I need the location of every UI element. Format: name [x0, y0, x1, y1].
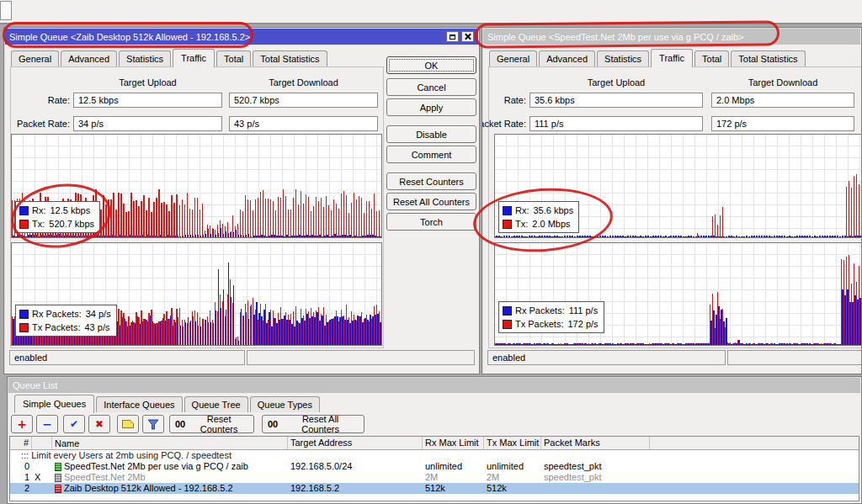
enable-button[interactable]: ✔ [63, 415, 85, 433]
add-button[interactable]: + [11, 415, 33, 433]
target-download-header: Target Download [711, 77, 854, 88]
target-upload-header: Target Upload [73, 77, 222, 88]
rx-swatch-icon [503, 306, 512, 316]
window-maximize-button[interactable] [446, 31, 459, 42]
tab-traffic[interactable]: Traffic [173, 49, 215, 67]
tab-total[interactable]: Total [694, 50, 729, 66]
tab-advanced[interactable]: Advanced [539, 50, 595, 66]
status-bar-right [727, 350, 862, 365]
cancel-button[interactable]: Cancel [386, 78, 476, 96]
queue-list-tabs: Simple Queues Interface Queues Queue Tre… [14, 395, 322, 412]
table-row[interactable]: 0 SpeedTest.Net 2Mb per use via g PCQ / … [10, 461, 859, 472]
comment-icon [122, 420, 134, 428]
rate-upload-value: 12.5 kbps [73, 93, 222, 108]
reset-all-counters-button[interactable]: Reset All Counters [386, 193, 476, 210]
check-icon: ✔ [70, 418, 78, 430]
tab-advanced[interactable]: Advanced [61, 50, 117, 66]
rate-upload-value: 35.6 kbps [529, 93, 703, 108]
packet-rate-label: Packet Rate: [482, 119, 526, 129]
status-bar-right [247, 350, 475, 365]
tx-swatch-icon [19, 220, 29, 229]
tab-statistics[interactable]: Statistics [597, 50, 649, 66]
queue-icon [55, 474, 61, 482]
window-titlebar[interactable]: Simple Queue <Zaib Desktop 512k Allowed … [5, 29, 478, 45]
target-upload-header: Target Upload [529, 77, 703, 88]
rate-label: Rate: [4, 95, 70, 105]
tab-queue-tree[interactable]: Queue Tree [184, 396, 248, 412]
dialog-tabs: General Advanced Statistics Traffic Tota… [489, 49, 807, 66]
comment-text: ::: Limit every Users at 2mb using PCQ. … [21, 450, 231, 461]
rate-label: Rate: [482, 95, 526, 105]
col-number[interactable]: # [10, 437, 32, 449]
tab-simple-queues[interactable]: Simple Queues [14, 395, 94, 413]
disable-button[interactable]: ✖ [88, 415, 110, 433]
tx-swatch-icon [503, 220, 512, 229]
tx-swatch-icon [503, 320, 512, 329]
col-tx-max-limit[interactable]: Tx Max Limit [484, 437, 541, 449]
packet-rate-label: Packet Rate: [4, 119, 70, 129]
close-icon [464, 33, 471, 40]
window-close-button[interactable] [461, 31, 474, 42]
tab-total-statistics[interactable]: Total Statistics [253, 50, 327, 66]
rate-legend: Rx:35.6 kbps Tx:2.0 Mbps [498, 201, 579, 233]
col-target-address[interactable]: Target Address [288, 437, 423, 449]
window-title: Queue List [13, 380, 856, 390]
col-packet-marks[interactable]: Packet Marks [541, 437, 650, 449]
table-row[interactable]: 1 X SpeedTest.Net 2Mb 2M 2M speedtest_pk… [10, 472, 859, 483]
tab-queue-types[interactable]: Queue Types [250, 396, 320, 412]
counter-icon: 00 [268, 419, 278, 429]
counter-icon: 00 [175, 419, 185, 429]
packet-rate-legend: Rx Packets:34 p/s Tx Packets:43 p/s [15, 305, 117, 337]
tab-general[interactable]: General [489, 50, 537, 66]
comment-row[interactable]: ::: Limit every Users at 2mb using PCQ. … [10, 450, 859, 461]
window-title: Simple Queue <Zaib Desktop 512k Allowed … [9, 32, 444, 42]
filter-button[interactable] [142, 415, 164, 433]
queue-icon [55, 463, 61, 471]
rx-swatch-icon [19, 206, 29, 215]
disable-button[interactable]: Disable [386, 125, 476, 143]
simple-queue-window-zaib: Simple Queue <Zaib Desktop 512k Allowed … [3, 27, 480, 374]
rate-download-value: 520.7 kbps [229, 93, 378, 108]
torch-button[interactable]: Torch [386, 213, 476, 231]
top-toolbar [0, 0, 862, 24]
tab-interface-queues[interactable]: Interface Queues [96, 396, 182, 412]
filter-icon [147, 419, 159, 430]
tab-traffic[interactable]: Traffic [651, 49, 693, 67]
reset-counters-button[interactable]: Reset Counters [386, 172, 476, 190]
packet-rate-upload-value: 111 p/s [529, 116, 703, 131]
tab-general[interactable]: General [11, 50, 59, 66]
apply-button[interactable]: Apply [386, 98, 476, 116]
queue-icon [55, 485, 61, 493]
plus-icon: + [17, 418, 27, 430]
tab-total-statistics[interactable]: Total Statistics [731, 50, 805, 66]
col-rx-max-limit[interactable]: Rx Max Limit [423, 437, 484, 449]
tab-statistics[interactable]: Statistics [119, 50, 171, 66]
rate-graph: Rx:35.6 kbps Tx:2.0 Mbps [494, 134, 862, 238]
tab-total[interactable]: Total [216, 50, 251, 66]
status-bar: enabled [9, 350, 245, 365]
queue-table: # Name Target Address Rx Max Limit Tx Ma… [9, 436, 859, 501]
comment-button[interactable]: Comment [386, 146, 476, 163]
maximize-icon [450, 34, 455, 40]
rx-swatch-icon [19, 310, 29, 319]
packet-rate-download-value: 172 p/s [711, 116, 854, 131]
rx-swatch-icon [503, 206, 512, 215]
comment-button[interactable] [117, 415, 139, 433]
col-name[interactable]: Name [52, 437, 288, 449]
target-download-header: Target Download [229, 77, 378, 88]
status-bar: enabled [487, 350, 726, 365]
dialog-tabs: General Advanced Statistics Traffic Tota… [11, 49, 329, 66]
remove-button[interactable]: − [36, 415, 58, 433]
table-row-selected[interactable]: 2 Zaib Desktop 512k Allowed - 192.168.5.… [10, 483, 859, 494]
window-titlebar[interactable]: Queue List [8, 378, 860, 393]
reset-all-counters-button[interactable]: 00Reset All Counters [262, 415, 364, 433]
table-header: # Name Target Address Rx Max Limit Tx Ma… [10, 437, 859, 450]
reset-counters-button[interactable]: 00Reset Counters [169, 415, 254, 433]
window-titlebar[interactable]: Simple Queue <SpeedTest.Net 2Mb per use … [483, 29, 860, 45]
ok-button[interactable]: OK [386, 56, 476, 74]
toolbar-fragment [0, 1, 12, 20]
rate-download-value: 2.0 Mbps [711, 93, 854, 108]
col-flag[interactable] [32, 437, 52, 449]
packet-rate-graph: Rx Packets:111 p/s Tx Packets:172 p/s [494, 242, 862, 346]
col-filler [650, 437, 859, 449]
